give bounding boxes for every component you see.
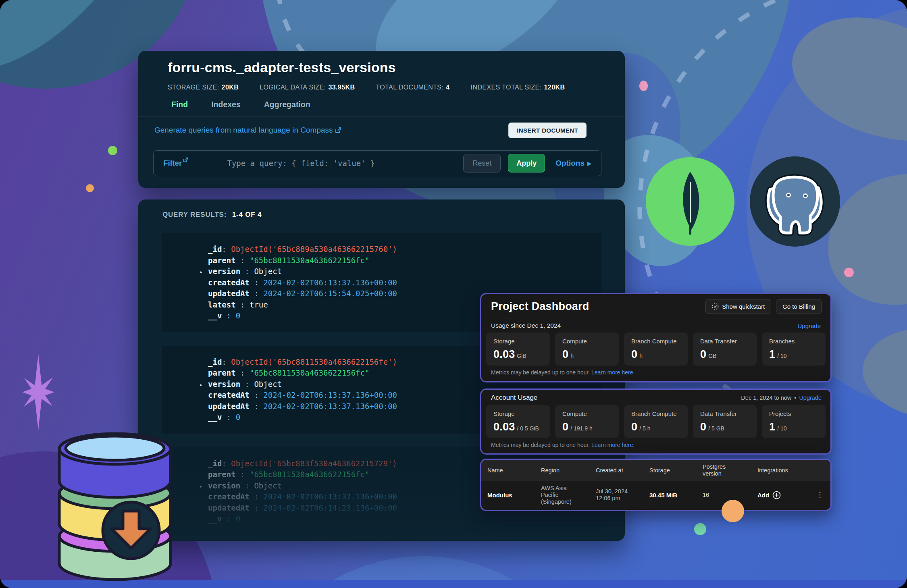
options-button[interactable]: Options ▶ [555,159,591,168]
field-value: 2024-02-02T06:15:54.025+00:00 [263,289,397,298]
usage-unit: GiB [517,353,526,359]
usage-card-label: Data Transfer [700,338,749,345]
postgresql-logo [749,156,841,247]
usage-heading: Usage since Dec 1, 2024 [491,322,561,329]
field-value: "65bc8811530a4636622156fc" [250,368,369,377]
filter-bar: Filter Type a query: { field: 'value' } … [153,150,601,176]
show-quickstart-label: Show quickstart [722,303,765,310]
query-results-label: QUERY RESULTS: [162,211,227,218]
expand-arrow-icon[interactable]: ▸ [200,379,203,391]
usage-value: 1 [769,421,775,433]
field-key: _id [208,245,222,253]
external-link-icon [183,157,188,162]
field-value: Object [254,267,282,276]
tab-find[interactable]: Find [171,100,188,114]
project-created-cell: Jul 30, 2024 12:06 pm [596,488,640,502]
tabs-divider [138,116,625,117]
stat-label: STORAGE SIZE: [168,84,219,91]
document-field: createdAt : 2024-02-02T06:13:37.136+00:0… [208,277,589,289]
field-separator: : [250,402,263,411]
field-value: 2024-02-02T06:13:37.136+00:00 [263,278,397,287]
usage-card: Data Transfer0/ 5 GB [693,405,757,438]
usage-card-label: Branches [769,338,818,345]
project-dashboard-panel: Project Dashboard Show quickstart Go to … [480,293,832,382]
tab-aggregation[interactable]: Aggregation [264,100,310,114]
external-link-icon [335,127,341,133]
table-header-row: NameRegionCreated atStoragePostgres vers… [481,460,830,481]
account-usage-title: Account Usage [491,394,537,402]
field-key: parent [208,470,236,479]
database-download-illustration [52,430,185,586]
usage-card: Branch Compute0/ 5 h [624,405,688,438]
apply-button[interactable]: Apply [508,154,545,172]
expand-arrow-icon[interactable]: ▸ [200,266,203,278]
dashboard-header-buttons: Show quickstart Go to Billing [705,299,822,314]
document-field: _id: ObjectId('65bc889a530a463662215760'… [208,244,589,255]
field-value: 0 [236,514,240,523]
column-header: Name [487,467,541,474]
field-key: createdAt [208,278,250,287]
field-separator: : [240,267,254,276]
filter-link[interactable]: Filter [163,159,188,168]
reset-button[interactable]: Reset [463,154,501,172]
expand-arrow-icon[interactable]: ▸ [200,481,203,492]
usage-card-value: 0/ 5 GB [700,421,749,433]
dashboard-title: Project Dashboard [491,300,589,313]
usage-card: Compute0/ 191.9 h [555,405,619,438]
account-learn-more-link[interactable]: Learn more here. [591,442,634,448]
green-dot [108,146,117,155]
query-results-header: QUERY RESULTS: 1-4 OF 4 [162,211,262,219]
account-upgrade-link[interactable]: Upgrade [799,395,822,401]
tab-indexes[interactable]: Indexes [211,100,241,114]
project-name-cell: Modulus [487,492,541,499]
stat-value: 20KB [222,84,239,91]
field-value: "65bc8811530a4636622156fc" [250,470,369,479]
dashboard-header: Project Dashboard Show quickstart Go to … [481,294,830,318]
usage-card-value: 1/ 10 [769,348,818,361]
project-storage-cell: 30.45 MiB [649,492,703,499]
go-to-billing-button[interactable]: Go to Billing [776,299,822,314]
show-quickstart-button[interactable]: Show quickstart [705,299,771,314]
usage-value: 0 [700,348,706,361]
field-value: 2024-02-02T06:13:37.136+00:00 [263,492,397,501]
orange-dot-large [722,500,744,522]
usage-card-value: 0/ 5 h [631,421,680,433]
filter-query-input[interactable]: Type a query: { field: 'value' } [227,159,374,168]
field-value: 2024-02-02T06:14:23.136+00:00 [263,503,397,512]
field-separator: : [250,391,263,399]
document-field: __v : 0 [208,513,589,525]
learn-more-link[interactable]: Learn more here. [591,369,634,376]
usage-value: 0 [631,348,637,361]
field-key: __v [208,311,222,320]
account-usage-panel: Account Usage Dec 1, 2024 to now • Upgra… [480,389,832,455]
usage-value: 0.03 [493,348,515,361]
column-header: Storage [649,467,703,474]
collection-stat: INDEXES TOTAL SIZE:120KB [471,84,565,91]
field-key: version [208,481,240,490]
stat-value: 33.95KB [328,84,355,91]
metrics-note: Metrics may be delayed up to one hour. L… [481,366,830,376]
add-integration-button[interactable]: Add [757,491,812,499]
options-caret-icon: ▶ [587,160,591,166]
field-value: ObjectId('65bc8811530a4636622156fe') [231,357,397,366]
account-usage-cards: Storage0.03/ 0.5 GiBCompute0/ 191.9 hBra… [481,405,830,438]
project-region-cell: AWS Asia Pacific (Singapore) [541,485,580,505]
field-key: _id [208,357,222,366]
upgrade-link[interactable]: Upgrade [797,322,821,329]
insert-document-button[interactable]: INSERT DOCUMENT [508,123,587,138]
field-key: _id [208,459,222,468]
usage-card: Data Transfer0GB [693,332,757,366]
kebab-menu-icon[interactable]: ⋮ [812,494,828,496]
stat-label: INDEXES TOTAL SIZE: [471,84,542,91]
field-key: latest [208,300,236,309]
collection-stat: LOGICAL DATA SIZE:33.95KB [260,84,355,91]
compass-collection-panel: forru-cms._adapter-tests_versions STORAG… [138,51,625,188]
usage-card-label: Projects [769,410,818,417]
collection-stats: STORAGE SIZE:20KBLOGICAL DATA SIZE:33.95… [168,84,565,91]
filter-label: Filter [163,159,182,168]
field-value: Object [254,380,282,389]
field-separator: : [236,368,250,377]
generate-queries-link[interactable]: Generate queries from natural language i… [154,126,341,135]
field-key: updatedAt [208,503,250,512]
field-value: ObjectId('65bc889a530a463662215760') [231,245,397,253]
